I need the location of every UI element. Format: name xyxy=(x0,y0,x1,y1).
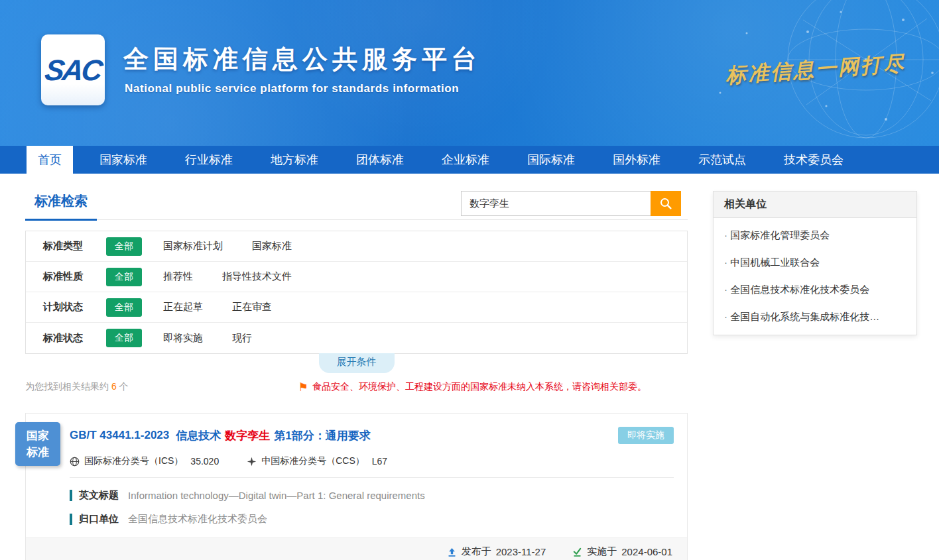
publish-icon xyxy=(447,547,457,557)
nav-item-group-standards[interactable]: 团体标准 xyxy=(345,146,415,174)
related-units-panel: 相关单位 国家标准化管理委员会 中国机械工业联合会 全国信息技术标准化技术委员会… xyxy=(713,191,917,335)
filter-label: 计划状态 xyxy=(43,301,106,313)
nav-item-national-standards[interactable]: 国家标准 xyxy=(88,146,158,174)
search-input[interactable] xyxy=(461,191,651,216)
implementation-date: 2024-06-01 xyxy=(621,546,672,557)
attr-accent-bar xyxy=(70,514,72,525)
check-icon xyxy=(572,547,582,557)
related-unit-link[interactable]: 全国自动化系统与集成标准化技… xyxy=(714,304,916,331)
system-notice: ⚑ 食品安全、环境保护、工程建设方面的国家标准未纳入本系统，请咨询相关部委。 xyxy=(298,381,647,393)
publish-date: 2023-11-27 xyxy=(496,546,546,557)
attr-accent-bar xyxy=(70,490,72,501)
standard-result-card: 国家 标准 GB/T 43441.1-2023 信息技术数字孪生第1部分：通用要… xyxy=(25,413,688,560)
filter-panel: 标准类型 全部 国家标准计划 国家标准 标准性质 全部 推荐性 指导性技术文件 … xyxy=(25,231,688,354)
status-badge: 即将实施 xyxy=(618,427,674,444)
standard-title-link[interactable]: 信息技术数字孪生第1部分：通用要求 xyxy=(176,428,370,443)
main-content: 标准检索 标准类型 全部 国家标准计划 国家标准 xyxy=(0,174,939,560)
filter-all-button[interactable]: 全部 xyxy=(106,298,142,317)
nav-item-home[interactable]: 首页 xyxy=(27,146,73,174)
search-section-header: 标准检索 xyxy=(25,191,688,220)
ics-classification: 国际标准分类号（ICS） 35.020 xyxy=(70,455,219,467)
card-divider xyxy=(70,477,674,478)
filter-row-standard-nature: 标准性质 全部 推荐性 指导性技术文件 xyxy=(26,262,687,292)
sac-logo-text: SAC xyxy=(43,54,103,87)
site-subtitle: National public service platform for sta… xyxy=(125,82,459,95)
filter-row-standard-status: 标准状态 全部 即将实施 现行 xyxy=(26,323,687,353)
english-title-value: Information technology—Digital twin—Part… xyxy=(128,490,425,501)
filter-all-button[interactable]: 全部 xyxy=(106,237,142,256)
card-body: GB/T 43441.1-2023 信息技术数字孪生第1部分：通用要求 即将实施 xyxy=(26,414,687,526)
standard-code-link[interactable]: GB/T 43441.1-2023 xyxy=(70,429,169,442)
related-unit-link[interactable]: 国家标准化管理委员会 xyxy=(714,222,916,249)
english-title-label: 英文标题 xyxy=(79,489,119,502)
expand-conditions-button[interactable]: 展开条件 xyxy=(319,353,395,373)
filter-option[interactable]: 推荐性 xyxy=(163,270,193,283)
implementation-date-item: 实施于 2024-06-01 xyxy=(572,545,672,558)
implementation-label: 实施于 xyxy=(587,545,617,558)
search-box xyxy=(461,191,681,216)
filter-option[interactable]: 即将实施 xyxy=(163,332,203,345)
filter-option[interactable]: 国家标准 xyxy=(252,240,292,252)
responsible-unit-label: 归口单位 xyxy=(79,513,119,526)
filter-option[interactable]: 现行 xyxy=(232,332,252,345)
filter-option[interactable]: 正在起草 xyxy=(163,301,203,313)
notice-text: 食品安全、环境保护、工程建设方面的国家标准未纳入本系统，请咨询相关部委。 xyxy=(312,381,647,393)
card-footer: 发布于 2023-11-27 实施于 2024-06-01 xyxy=(26,537,687,560)
filter-label: 标准性质 xyxy=(43,270,106,283)
filter-option[interactable]: 指导性技术文件 xyxy=(222,270,292,283)
responsible-unit-row: 归口单位 全国信息技术标准化技术委员会 xyxy=(70,513,674,526)
nav-item-local-standards[interactable]: 地方标准 xyxy=(259,146,330,174)
filter-all-button[interactable]: 全部 xyxy=(106,329,142,347)
site-header: SAC 全国标准信息公共服务平台 National public service… xyxy=(0,0,939,146)
tab-standard-search[interactable]: 标准检索 xyxy=(25,191,97,221)
sac-logo[interactable]: SAC xyxy=(41,34,105,105)
publish-date-item: 发布于 2023-11-27 xyxy=(447,545,546,558)
category-badge: 国家 标准 xyxy=(15,422,60,466)
nav-item-industry-standards[interactable]: 行业标准 xyxy=(174,146,244,174)
filter-label: 标准类型 xyxy=(43,240,106,252)
filter-option[interactable]: 国家标准计划 xyxy=(163,240,223,252)
result-info-row: 为您找到相关结果约6个 ⚑ 食品安全、环境保护、工程建设方面的国家标准未纳入本系… xyxy=(25,381,688,393)
ccs-label: 中国标准分类号（CCS） xyxy=(261,455,365,467)
category-badge-line2: 标准 xyxy=(27,444,49,461)
nav-item-international-standards[interactable]: 国际标准 xyxy=(516,146,586,174)
compass-star-icon xyxy=(247,457,257,467)
nav-item-foreign-standards[interactable]: 国外标准 xyxy=(601,146,672,174)
related-unit-link[interactable]: 中国机械工业联合会 xyxy=(714,249,916,276)
nav-item-technical-committee[interactable]: 技术委员会 xyxy=(773,146,855,174)
flag-icon: ⚑ xyxy=(298,382,308,393)
result-count-number: 6 xyxy=(111,381,117,392)
ics-value: 35.020 xyxy=(190,456,219,467)
filter-label: 标准状态 xyxy=(43,332,106,345)
site-title: 全国标准信息公共服务平台 xyxy=(123,42,481,76)
nav-item-pilot-demonstration[interactable]: 示范试点 xyxy=(687,146,757,174)
ics-label: 国际标准分类号（ICS） xyxy=(84,455,183,467)
related-unit-link[interactable]: 全国信息技术标准化技术委员会 xyxy=(714,276,916,304)
responsible-unit-value: 全国信息技术标准化技术委员会 xyxy=(128,513,267,526)
result-count-suffix: 个 xyxy=(119,381,129,392)
standard-title-highlight: 数字孪生 xyxy=(225,429,270,442)
nav-item-enterprise-standards[interactable]: 企业标准 xyxy=(430,146,501,174)
search-results-column: 标准检索 标准类型 全部 国家标准计划 国家标准 xyxy=(25,191,688,560)
standard-title-pre: 信息技术 xyxy=(176,429,221,442)
filter-all-button[interactable]: 全部 xyxy=(106,268,142,286)
search-button[interactable] xyxy=(651,191,681,216)
publish-label: 发布于 xyxy=(462,545,491,558)
category-badge-line1: 国家 xyxy=(27,427,49,445)
standard-title-post: 第1部分：通用要求 xyxy=(274,429,370,442)
search-icon xyxy=(659,197,672,210)
filter-row-standard-type: 标准类型 全部 国家标准计划 国家标准 xyxy=(26,231,687,262)
related-units-list: 国家标准化管理委员会 中国机械工业联合会 全国信息技术标准化技术委员会 全国自动… xyxy=(714,218,916,335)
ccs-value: L67 xyxy=(372,456,387,467)
filter-option[interactable]: 正在审查 xyxy=(232,301,272,313)
classification-row: 国际标准分类号（ICS） 35.020 中国标准分类号（CCS） L67 xyxy=(70,455,674,467)
result-count-prefix: 为您找到相关结果约 xyxy=(25,381,109,392)
english-title-row: 英文标题 Information technology—Digital twin… xyxy=(70,489,674,502)
card-title-row: GB/T 43441.1-2023 信息技术数字孪生第1部分：通用要求 即将实施 xyxy=(70,427,674,444)
ccs-classification: 中国标准分类号（CCS） L67 xyxy=(247,455,387,467)
main-nav: 首页 国家标准 行业标准 地方标准 团体标准 企业标准 国际标准 国外标准 示范… xyxy=(0,146,939,174)
result-count: 为您找到相关结果约6个 xyxy=(25,381,129,393)
filter-row-plan-status: 计划状态 全部 正在起草 正在审查 xyxy=(26,292,687,323)
globe-icon xyxy=(70,457,80,467)
related-units-title: 相关单位 xyxy=(714,192,916,218)
